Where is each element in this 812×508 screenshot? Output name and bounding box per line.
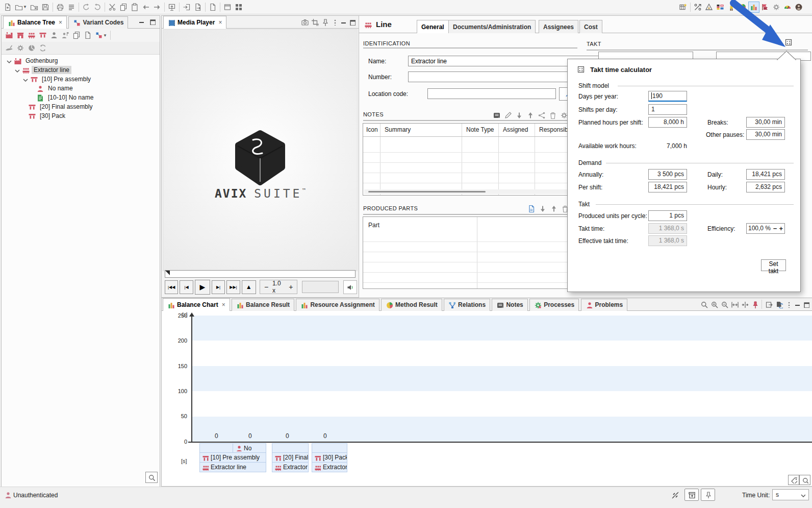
- workstation-cell[interactable]: [20] Final: [272, 452, 309, 463]
- log-in-button[interactable]: [181, 2, 192, 13]
- daily-input[interactable]: 18,421 pcs: [746, 169, 785, 180]
- chart-zoom-button[interactable]: [799, 475, 810, 485]
- page-rotate-icon[interactable]: [774, 300, 784, 309]
- scrollbar-thumb[interactable]: [368, 191, 486, 192]
- minimize-icon[interactable]: [792, 300, 801, 308]
- chevron-down-icon[interactable]: [13, 67, 20, 74]
- more-icon[interactable]: [784, 300, 792, 309]
- flags-icon[interactable]: [715, 2, 726, 13]
- new-document-button[interactable]: [2, 2, 13, 13]
- table-star-icon[interactable]: [677, 2, 689, 13]
- other-pauses-input[interactable]: 30,00 min: [746, 129, 785, 140]
- station-cell[interactable]: No: [233, 443, 266, 453]
- produced-units-input[interactable]: 1 pcs: [648, 210, 687, 221]
- line-cell[interactable]: Extractor: [312, 462, 347, 472]
- maximize-icon[interactable]: [147, 17, 157, 26]
- workstation-cell[interactable]: [30] Pack: [312, 452, 347, 463]
- add-note-icon[interactable]: [491, 109, 502, 120]
- document-icon[interactable]: [82, 30, 93, 41]
- close-folder-button[interactable]: [29, 2, 40, 13]
- pie-icon[interactable]: [26, 42, 37, 54]
- factory-icon[interactable]: [4, 30, 15, 41]
- tab-balance-tree[interactable]: Balance Tree ×: [3, 16, 67, 29]
- windows-button[interactable]: [222, 2, 233, 13]
- produced-parts-table[interactable]: Part: [363, 216, 575, 289]
- close-icon[interactable]: ×: [217, 19, 222, 26]
- paste-button[interactable]: [129, 2, 140, 13]
- copy-documents-icon[interactable]: [71, 30, 82, 41]
- maximize-icon[interactable]: [347, 18, 357, 26]
- breaks-input[interactable]: 30,00 min: [746, 117, 785, 128]
- chevron-down-icon[interactable]: [21, 76, 28, 83]
- planned-hours-input[interactable]: 8,000 h: [648, 117, 687, 128]
- user-icon[interactable]: [793, 2, 804, 13]
- pin-red-icon[interactable]: [750, 300, 760, 309]
- marker-button[interactable]: ▲: [242, 280, 256, 294]
- shutter-icon[interactable]: [37, 42, 48, 54]
- grid-button[interactable]: [233, 2, 244, 13]
- minimize-icon[interactable]: [338, 18, 347, 26]
- column-header[interactable]: Note Type: [463, 124, 497, 136]
- collapse-icon[interactable]: [740, 300, 750, 309]
- add-part-icon[interactable]: [525, 203, 537, 214]
- notes-table[interactable]: Icon Summary Note Type Assigned Responsi…: [363, 123, 575, 196]
- cut-button[interactable]: [107, 2, 118, 13]
- tab-general[interactable]: General: [417, 20, 449, 33]
- step-back-button[interactable]: |◀: [180, 280, 193, 294]
- per-shift-input[interactable]: 18,421 pcs: [648, 182, 687, 192]
- pie-chart-icon[interactable]: [737, 2, 748, 13]
- move-down-icon[interactable]: [537, 203, 548, 214]
- speed-minus-button[interactable]: −: [260, 283, 272, 291]
- forward-button[interactable]: [151, 2, 163, 13]
- gauge-icon[interactable]: [782, 2, 793, 13]
- fit-width-icon[interactable]: [729, 300, 740, 309]
- crop-icon[interactable]: [310, 17, 320, 27]
- tab-variant-codes[interactable]: Variant Codes: [68, 16, 128, 29]
- document-button[interactable]: [207, 2, 218, 13]
- tree-item-10-pre-assembly[interactable]: [10] Pre assembly: [2, 75, 160, 84]
- balance-chart-icon[interactable]: [748, 2, 759, 13]
- tree-item-20-final-assembly[interactable]: [20] Final assembly: [2, 102, 160, 111]
- tab-cost[interactable]: Cost: [579, 20, 602, 33]
- column-header[interactable]: Icon: [363, 124, 381, 136]
- camera-icon[interactable]: [299, 17, 310, 27]
- export-icon[interactable]: [764, 300, 774, 309]
- percent-split-icon[interactable]: [692, 2, 703, 13]
- tab-assignees[interactable]: Assignees: [539, 20, 578, 33]
- pin-icon[interactable]: [320, 17, 330, 27]
- tag-button[interactable]: [788, 475, 799, 485]
- gear-icon[interactable]: [15, 42, 26, 54]
- step-forward-button[interactable]: ▶|: [212, 280, 225, 294]
- speed-plus-button[interactable]: +: [285, 283, 297, 291]
- efficiency-plus-button[interactable]: +: [779, 224, 783, 233]
- line-cell[interactable]: Extractor line: [199, 462, 266, 472]
- tree-item-10-10-no-name[interactable]: [10-10] No name: [2, 93, 160, 102]
- volume-button[interactable]: [343, 280, 357, 294]
- pin-button[interactable]: [701, 489, 715, 501]
- disconnect-icon[interactable]: [669, 489, 680, 500]
- person-icon[interactable]: [48, 30, 60, 41]
- station-cell[interactable]: [312, 443, 347, 453]
- tab-relations[interactable]: Relations: [444, 299, 490, 311]
- hourly-input[interactable]: 2,632 pcs: [746, 182, 785, 192]
- zoom-selection-icon[interactable]: [699, 300, 709, 309]
- workstation-icon[interactable]: [37, 30, 48, 41]
- print-button[interactable]: [55, 2, 66, 13]
- seek-bar[interactable]: [165, 270, 356, 278]
- tab-documents-administration[interactable]: Documents/Administration: [448, 20, 536, 33]
- column-header[interactable]: Summary: [382, 124, 414, 136]
- archive-button[interactable]: [684, 489, 699, 501]
- station-cell[interactable]: [272, 443, 309, 453]
- upload-button[interactable]: [166, 2, 177, 13]
- play-button[interactable]: ▶: [195, 280, 210, 295]
- maximize-icon[interactable]: [801, 300, 810, 308]
- tab-media-player[interactable]: Media Player ×: [163, 16, 226, 29]
- chart-plot-area[interactable]: [192, 316, 812, 442]
- character-icon[interactable]: [726, 2, 737, 13]
- tree-zoom-button[interactable]: [145, 472, 158, 483]
- close-icon[interactable]: ×: [58, 19, 62, 26]
- column-header[interactable]: Part: [365, 219, 383, 231]
- zoom-out-icon[interactable]: [719, 300, 729, 309]
- copy-button[interactable]: [118, 2, 129, 13]
- column-header[interactable]: Assigned: [500, 124, 531, 136]
